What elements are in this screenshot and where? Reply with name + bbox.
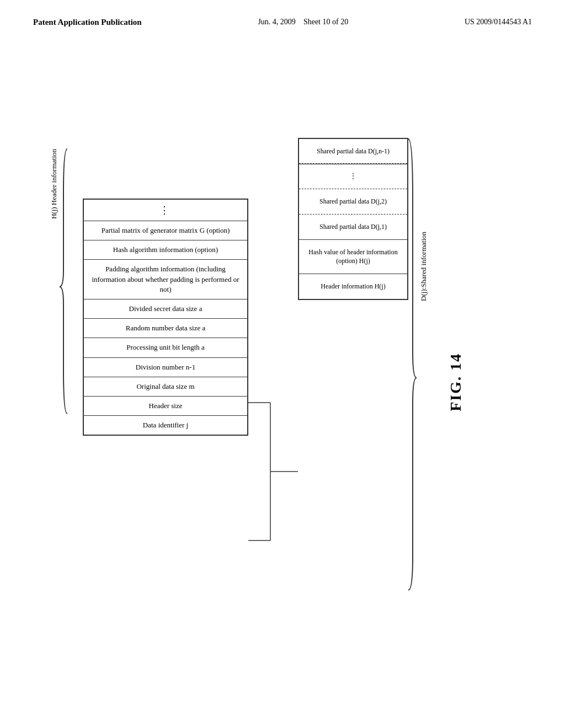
right-table: Shared partial data D(j,n-1) ⋮ Shared pa…: [298, 138, 408, 300]
diagram-area: H(j) Header information ⋮ Partial matrix…: [33, 77, 530, 673]
figure-label: FIG. 14: [447, 353, 465, 411]
left-table-row-original-data: Original data size m: [84, 377, 247, 397]
left-table-dots: ⋮: [84, 200, 247, 221]
right-row-shared-n1: Shared partial data D(j,n-1): [299, 139, 407, 164]
header-info-label: H(j) Header information: [50, 149, 58, 219]
left-table-row-processing-unit: Processing unit bit length a: [84, 338, 247, 357]
left-table-row-partial-matrix: Partial matrix of generator matrix G (op…: [84, 221, 247, 240]
right-row-shared-1: Shared partial data D(j,1): [299, 215, 407, 240]
left-table-row-padding: Padding algorithm information (including…: [84, 260, 247, 299]
right-row-header-info: Header information H(j): [299, 274, 407, 299]
left-table-row-random-number: Random number data size a: [84, 319, 247, 338]
left-table-row-header-size: Header size: [84, 397, 247, 416]
left-table-row-hash-algo: Hash algorithm information (option): [84, 240, 247, 260]
publication-label: Patent Application Publication: [33, 18, 142, 27]
left-table-row-division-number: Division number n-1: [84, 358, 247, 377]
sheet-label: Sheet 10 of 20: [303, 18, 348, 26]
header-center: Jun. 4, 2009 Sheet 10 of 20: [258, 18, 348, 26]
left-table-row-data-identifier: Data identifier j: [84, 416, 247, 435]
date-label: Jun. 4, 2009: [258, 18, 295, 26]
right-row-shared-2: Shared partial data D(j,2): [299, 189, 407, 215]
right-row-hash-value: Hash value of header information (option…: [299, 240, 407, 275]
right-row-dots: ⋮: [299, 163, 407, 189]
patent-number: US 2009/0144543 A1: [465, 18, 532, 26]
page-header: Patent Application Publication Jun. 4, 2…: [0, 0, 565, 27]
shared-info-label: D(j):Shared information: [419, 232, 428, 301]
left-table: ⋮ Partial matrix of generator matrix G (…: [83, 199, 248, 436]
left-table-row-divided-secret: Divided secret data size a: [84, 299, 247, 319]
